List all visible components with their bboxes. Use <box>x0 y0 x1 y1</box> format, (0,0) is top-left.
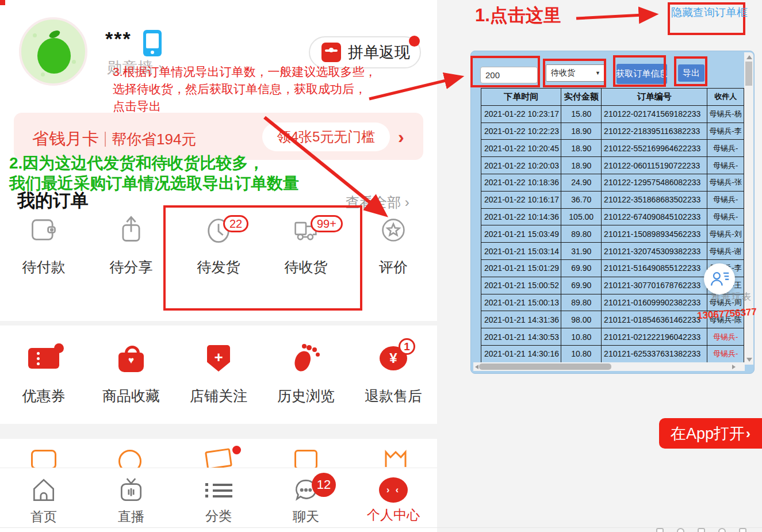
order-time-cell: 2021-01-22 10:20:03 <box>481 157 561 174</box>
tools-row: 优惠券 ♥ 商品收藏 + 店铺关注 历史浏览 ¥1 退款售后 <box>0 326 437 420</box>
order-status-select[interactable]: 待收货 ▼ <box>546 64 606 82</box>
notification-dot <box>409 36 420 47</box>
order-time-cell: 2021-01-22 10:22:23 <box>481 123 561 140</box>
fruit-logo-icon <box>37 38 71 74</box>
order-number-cell: 210121-016099902382233 <box>602 294 707 311</box>
nav-item-chat[interactable]: 12 聊天 <box>262 468 350 527</box>
order-amount-cell: 24.90 <box>561 174 602 191</box>
nav-item-categories[interactable]: 分类 <box>175 468 262 527</box>
notification-dot <box>54 343 64 353</box>
shield-plus-icon: + <box>203 343 234 374</box>
scroll-left-icon[interactable] <box>475 365 478 369</box>
order-count-input[interactable] <box>480 67 538 83</box>
order-recipient-cell: 母锡兵- <box>707 140 744 156</box>
order-row[interactable]: 2021-01-22 10:20:45 18.90 210122-5521699… <box>481 140 744 157</box>
star-bubble-icon <box>378 214 409 245</box>
open-in-app-button[interactable]: 在App打开› <box>659 418 762 449</box>
footprint-icon <box>290 343 321 374</box>
order-amount-cell: 18.90 <box>561 123 602 140</box>
coupon-pill-button[interactable]: 领4张5元无门槛 <box>262 123 390 151</box>
order-number-cell: 210122-021741569182233 <box>602 106 707 123</box>
order-recipient-cell: 母锡兵- <box>707 346 744 362</box>
tool-item-history[interactable]: 历史浏览 <box>262 343 350 420</box>
scrollbar-thumb[interactable] <box>479 363 611 370</box>
order-number-cell: 210121-320745309382233 <box>602 243 707 259</box>
order-amount-cell: 89.80 <box>561 225 602 242</box>
tool-item-favorites[interactable]: ♥ 商品收藏 <box>87 343 175 420</box>
scroll-right-icon[interactable] <box>732 365 736 369</box>
order-amount-cell: 10.80 <box>561 328 602 345</box>
order-row[interactable]: 2021-01-22 10:23:17 15.80 210122-0217415… <box>481 106 744 123</box>
order-time-cell: 2021-01-21 15:00:13 <box>481 294 561 311</box>
section-divider <box>0 424 437 439</box>
order-row[interactable]: 2021-01-21 14:30:16 10.80 210121-6253376… <box>481 346 744 363</box>
order-item-pending-shipment[interactable]: 待发货 22 <box>175 214 262 291</box>
tool-item-coupons[interactable]: 优惠券 <box>0 343 87 420</box>
order-row[interactable]: 2021-01-21 15:03:49 89.80 210121-1508989… <box>481 225 744 243</box>
hide-query-box-link[interactable]: 隐藏查询订单框 <box>671 5 748 20</box>
order-number-cell: 210121-150898934562233 <box>602 225 707 242</box>
order-time-cell: 2021-01-21 14:31:36 <box>481 311 561 328</box>
order-time-cell: 2021-01-22 10:14:36 <box>481 209 561 225</box>
order-row[interactable]: 2021-01-22 10:22:23 18.90 210122-2183951… <box>481 123 744 140</box>
order-recipient-cell: 母锡兵-杨 <box>707 106 744 123</box>
banner-title: 省钱月卡 帮你省194元 <box>32 128 196 151</box>
order-time-cell: 2021-01-21 14:30:16 <box>481 346 561 362</box>
order-number-cell: 210122-060115190722233 <box>602 157 707 174</box>
order-amount-cell: 15.80 <box>561 106 602 123</box>
order-item-review[interactable]: 评价 <box>350 214 437 291</box>
wallet-icon <box>28 214 59 245</box>
annotation-step2: 2.因为这边代发货和待收货比较多， 我们最近采购订单情况选取导出订单数量 <box>9 153 299 193</box>
partial-icon <box>118 450 141 468</box>
nav-item-profile[interactable]: › ‹ 个人中心 <box>350 468 437 527</box>
order-recipient-cell: 母锡兵- <box>707 328 744 345</box>
section-divider <box>0 321 437 326</box>
order-time-cell: 2021-01-21 15:03:49 <box>481 225 561 242</box>
divider <box>105 132 106 147</box>
nav-item-home[interactable]: 首页 <box>0 468 87 527</box>
order-amount-cell: 10.80 <box>561 346 602 362</box>
order-recipient-cell: 母锡兵- <box>707 192 744 208</box>
order-time-cell: 2021-01-22 10:18:36 <box>481 174 561 191</box>
order-row[interactable]: 2021-01-22 10:14:36 105.00 210122-674090… <box>481 209 744 226</box>
order-row[interactable]: 2021-01-21 15:03:14 31.90 210121-3207453… <box>481 243 744 260</box>
scroll-up-icon[interactable] <box>746 55 752 59</box>
order-amount-cell: 18.90 <box>561 157 602 174</box>
tv-icon <box>117 476 145 504</box>
order-item-pending-payment[interactable]: 待付款 <box>0 214 87 291</box>
scroll-down-icon[interactable] <box>746 358 752 362</box>
order-item-pending-share[interactable]: 待分享 <box>87 214 175 291</box>
table-body: 2021-01-22 10:23:17 15.80 210122-0217415… <box>481 106 744 363</box>
fetch-orders-button[interactable]: 获取订单信息 <box>617 64 667 84</box>
order-amount-cell: 69.90 <box>561 260 602 277</box>
order-amount-cell: 36.70 <box>561 192 602 208</box>
order-number-cell: 210122-552169964622233 <box>602 140 707 156</box>
customer-service-button[interactable] <box>704 263 735 294</box>
order-time-cell: 2021-01-21 15:01:29 <box>481 260 561 277</box>
order-row[interactable]: 2021-01-22 10:16:17 36.70 210122-3518686… <box>481 192 744 209</box>
scrollbar-thumb[interactable] <box>745 62 752 86</box>
export-button[interactable]: 导出 <box>678 64 704 82</box>
partial-flag-icon <box>205 448 232 468</box>
avatar[interactable] <box>19 17 87 86</box>
order-row[interactable]: 2021-01-21 15:00:13 89.80 210121-0160999… <box>481 294 744 312</box>
nav-item-live[interactable]: 直播 <box>87 468 175 527</box>
order-status-row: 待付款 待分享 待发货 22 <box>0 214 437 291</box>
order-number-cell: 210122-351868683502233 <box>602 192 707 208</box>
order-row[interactable]: 2021-01-22 10:20:03 18.90 210122-0601151… <box>481 157 744 174</box>
horizontal-scrollbar[interactable] <box>473 362 745 371</box>
chevron-icon: › <box>398 127 404 148</box>
order-number-cell: 210122-129575486082233 <box>602 174 707 191</box>
order-row[interactable]: 2021-01-21 14:30:53 10.80 210121-0212221… <box>481 328 744 346</box>
table-header-row: 下单时间 实付金额 订单编号 收件人 <box>481 89 744 106</box>
order-time-cell: 2021-01-22 10:20:45 <box>481 140 561 156</box>
order-row[interactable]: 2021-01-22 10:18:36 24.90 210122-1295754… <box>481 174 744 192</box>
tool-item-followed-shops[interactable]: + 店铺关注 <box>175 343 262 420</box>
phone-icon <box>143 30 162 56</box>
tool-item-refunds[interactable]: ¥1 退款售后 <box>350 343 437 420</box>
avatar-deco <box>33 33 37 37</box>
corner-annotation-mark <box>0 0 5 5</box>
view-all-link[interactable]: 查看全部 › <box>346 193 409 212</box>
orders-table: 下单时间 实付金额 订单编号 收件人 2021-01-22 10:23:17 1… <box>481 88 744 363</box>
order-item-pending-receipt[interactable]: 待收货 99+ <box>262 214 350 291</box>
